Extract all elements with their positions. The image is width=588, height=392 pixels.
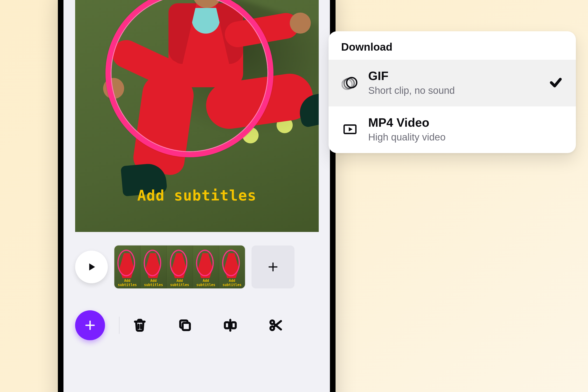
thumb-caption: Add subtitles bbox=[114, 278, 140, 287]
thumb-caption: Add subtitles bbox=[166, 278, 192, 287]
editor-toolbar bbox=[64, 304, 330, 346]
toolbar-actions bbox=[131, 317, 284, 334]
download-panel-title: Download bbox=[328, 31, 576, 60]
delete-button[interactable] bbox=[131, 317, 148, 334]
play-button[interactable] bbox=[75, 250, 108, 283]
download-option-title: MP4 Video bbox=[368, 116, 563, 130]
svg-rect-0 bbox=[183, 323, 190, 330]
video-icon bbox=[341, 120, 359, 138]
download-option-subtitle: Short clip, no sound bbox=[368, 85, 539, 96]
add-clip-button[interactable] bbox=[252, 246, 294, 288]
download-option-subtitle: High quality video bbox=[368, 132, 563, 143]
clip-thumbnail[interactable]: Add subtitles bbox=[114, 246, 140, 288]
thumb-caption: Add subtitles bbox=[193, 278, 219, 287]
download-option-mp4[interactable]: MP4 Video High quality video bbox=[328, 106, 576, 153]
clip-thumbnail[interactable]: Add subtitles bbox=[193, 246, 219, 288]
download-option-title: GIF bbox=[368, 69, 539, 83]
download-panel: Download GIF Short clip, no sound MP4 Vi… bbox=[328, 31, 576, 153]
subtitle-overlay[interactable]: Add subtitles bbox=[75, 187, 319, 204]
check-icon bbox=[549, 76, 562, 89]
phone-screen: Add subtitles Add subtitles Add subtitle… bbox=[64, 0, 330, 392]
trash-icon bbox=[132, 318, 147, 332]
clip-thumbnail[interactable]: Add subtitles bbox=[219, 246, 245, 288]
gif-icon bbox=[341, 74, 359, 92]
copy-icon bbox=[178, 318, 192, 332]
download-option-gif[interactable]: GIF Short clip, no sound bbox=[328, 60, 576, 106]
scissors-icon bbox=[268, 318, 283, 332]
thumb-caption: Add subtitles bbox=[140, 278, 166, 287]
toolbar-divider bbox=[119, 317, 120, 334]
selected-check bbox=[548, 75, 563, 90]
video-preview[interactable]: Add subtitles bbox=[75, 0, 319, 232]
download-option-text: GIF Short clip, no sound bbox=[368, 69, 539, 96]
add-button[interactable] bbox=[75, 310, 105, 340]
split-button[interactable] bbox=[222, 317, 239, 334]
clip-thumbnail[interactable]: Add subtitles bbox=[166, 246, 192, 288]
clip-strip[interactable]: Add subtitles Add subtitles Add subtitle… bbox=[114, 246, 245, 288]
cut-button[interactable] bbox=[267, 317, 284, 334]
plus-icon bbox=[267, 261, 279, 273]
clip-thumbnail[interactable]: Add subtitles bbox=[140, 246, 166, 288]
thumb-caption: Add subtitles bbox=[219, 278, 245, 287]
play-icon bbox=[86, 262, 97, 272]
plus-icon bbox=[84, 319, 96, 331]
duplicate-button[interactable] bbox=[176, 317, 194, 334]
svg-rect-1 bbox=[225, 322, 229, 328]
download-option-text: MP4 Video High quality video bbox=[368, 116, 563, 143]
phone-frame: Add subtitles Add subtitles Add subtitle… bbox=[58, 0, 336, 392]
svg-rect-2 bbox=[232, 322, 236, 328]
split-icon bbox=[223, 318, 238, 332]
timeline: Add subtitles Add subtitles Add subtitle… bbox=[64, 244, 330, 290]
